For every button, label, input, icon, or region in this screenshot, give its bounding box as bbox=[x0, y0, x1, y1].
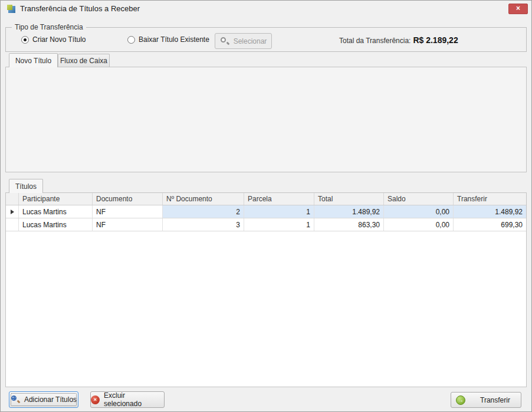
row-indicator-empty bbox=[6, 218, 19, 231]
close-icon[interactable]: × bbox=[508, 4, 528, 14]
row-indicator-header bbox=[6, 193, 19, 205]
transferir-button[interactable]: → Transferir bbox=[451, 392, 521, 408]
cell-transferir[interactable]: 1.489,92 bbox=[454, 205, 526, 218]
cell-saldo[interactable]: 0,00 bbox=[384, 205, 454, 218]
radio-baixar-label: Baixar Título Existente bbox=[139, 35, 209, 44]
radio-criar-label: Criar Novo Título bbox=[32, 35, 86, 44]
cell-transferir[interactable]: 699,30 bbox=[454, 218, 526, 231]
titulos-grid: Participante Documento Nº Documento Parc… bbox=[5, 192, 527, 387]
cell-participante[interactable]: Lucas Martins bbox=[19, 205, 93, 218]
search-add-icon bbox=[11, 395, 20, 404]
cell-parcela[interactable]: 1 bbox=[244, 205, 314, 218]
transfer-total-label: Total da Transferência: bbox=[339, 37, 411, 45]
cell-total[interactable]: 1.489,92 bbox=[314, 205, 384, 218]
cell-saldo[interactable]: 0,00 bbox=[384, 218, 454, 231]
excluir-selecionado-label: Excluir selecionado bbox=[104, 391, 164, 408]
cell-no-documento[interactable]: 3 bbox=[163, 218, 244, 231]
column-header-documento[interactable]: Documento bbox=[93, 193, 163, 205]
excluir-selecionado-button[interactable]: × Excluir selecionado bbox=[90, 391, 165, 408]
radio-selected-icon[interactable] bbox=[21, 36, 29, 44]
row-indicator-icon bbox=[6, 205, 19, 218]
radio-unselected-icon[interactable] bbox=[127, 36, 135, 44]
selecionar-button[interactable]: Selecionar bbox=[215, 33, 272, 49]
transfer-arrow-icon: → bbox=[456, 395, 465, 405]
radio-baixar-titulo-existente[interactable]: Baixar Título Existente bbox=[127, 35, 209, 44]
title-bar: Transferência de Títulos a Receber × bbox=[1, 1, 531, 17]
cell-documento[interactable]: NF bbox=[93, 205, 163, 218]
tab-fluxo-de-caixa-label: Fluxo de Caixa bbox=[60, 57, 107, 65]
cell-total[interactable]: 863,30 bbox=[314, 218, 384, 231]
transfer-total: Total da Transferência:R$ 2.189,22 bbox=[339, 35, 458, 45]
tab-titulos-label: Títulos bbox=[15, 182, 37, 191]
transferir-label: Transferir bbox=[469, 396, 521, 404]
tab-fluxo-de-caixa[interactable]: Fluxo de Caixa bbox=[58, 54, 110, 67]
column-header-transferir[interactable]: Transferir bbox=[454, 193, 526, 205]
tab-novo-titulo[interactable]: Novo Título bbox=[9, 53, 58, 67]
adicionar-titulos-button[interactable]: Adicionar Títulos bbox=[9, 391, 78, 408]
grid-header-row: Participante Documento Nº Documento Parc… bbox=[6, 193, 526, 205]
transfer-total-value: R$ 2.189,22 bbox=[413, 35, 458, 45]
column-header-participante[interactable]: Participante bbox=[19, 193, 93, 205]
cell-participante[interactable]: Lucas Martins bbox=[19, 218, 93, 231]
tab-novo-titulo-label: Novo Título bbox=[15, 57, 51, 65]
tab-titulos[interactable]: Títulos bbox=[9, 179, 43, 193]
selecionar-label: Selecionar bbox=[234, 37, 267, 45]
transfer-type-group: Tipo de Transferência Criar Novo Título … bbox=[5, 27, 527, 52]
dialog-window: Transferência de Títulos a Receber × Tip… bbox=[0, 0, 532, 412]
table-row-selected[interactable]: Lucas Martins NF 2 1 1.489,92 0,00 1.489… bbox=[6, 205, 526, 218]
transfer-type-legend: Tipo de Transferência bbox=[12, 23, 86, 31]
cell-documento[interactable]: NF bbox=[93, 218, 163, 231]
search-icon bbox=[220, 37, 229, 46]
table-row[interactable]: Lucas Martins NF 3 1 863,30 0,00 699,30 bbox=[6, 218, 526, 231]
column-header-saldo[interactable]: Saldo bbox=[384, 193, 454, 205]
app-icon bbox=[6, 4, 16, 14]
adicionar-titulos-label: Adicionar Títulos bbox=[24, 395, 77, 404]
column-header-parcela[interactable]: Parcela bbox=[244, 193, 314, 205]
novo-titulo-panel bbox=[5, 67, 527, 172]
cell-parcela[interactable]: 1 bbox=[244, 218, 314, 231]
delete-icon: × bbox=[91, 395, 100, 404]
column-header-total[interactable]: Total bbox=[314, 193, 384, 205]
cell-no-documento[interactable]: 2 bbox=[163, 205, 244, 218]
column-header-no-documento[interactable]: Nº Documento bbox=[163, 193, 244, 205]
window-title: Transferência de Títulos a Receber bbox=[20, 4, 140, 13]
radio-criar-novo-titulo[interactable]: Criar Novo Título bbox=[21, 35, 86, 44]
